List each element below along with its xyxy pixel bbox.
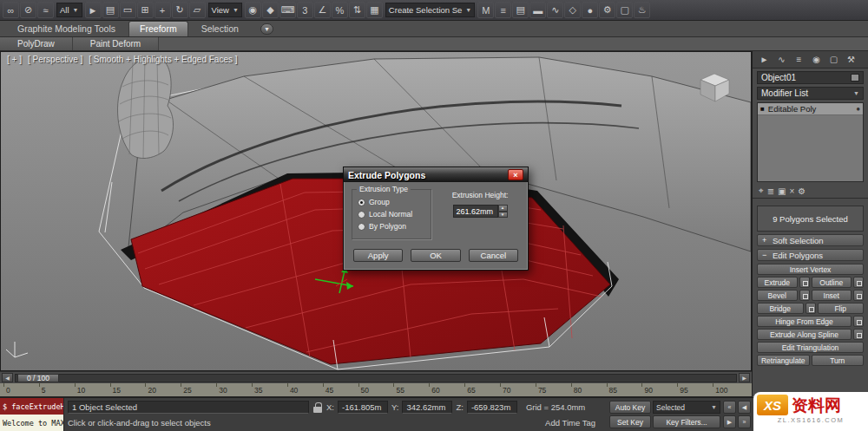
radio-button-icon[interactable]: [358, 211, 365, 219]
graphite-ribbon-toggle-icon[interactable]: ▬: [529, 2, 546, 18]
selection-set-dropdown[interactable]: Selected ▼: [653, 401, 720, 414]
ribbon-minimize-icon[interactable]: ▼: [260, 23, 273, 35]
spinner-snap-toggle-icon[interactable]: ⇅: [349, 2, 365, 18]
rollout-soft-selection[interactable]: + Soft Selection: [757, 234, 864, 246]
close-icon[interactable]: ×: [508, 169, 523, 180]
inset-settings-icon[interactable]: [853, 290, 864, 301]
rectangular-selection-region-icon[interactable]: ▭: [120, 2, 136, 18]
render-production-icon[interactable]: ♨: [634, 2, 650, 18]
flip-button[interactable]: Flip: [818, 303, 865, 314]
z-coord-field[interactable]: -659.823m: [467, 401, 517, 414]
apply-button[interactable]: Apply: [353, 249, 403, 262]
schematic-view-icon[interactable]: ◇: [564, 2, 581, 18]
bridge-settings-icon[interactable]: [806, 303, 816, 314]
outline-settings-icon[interactable]: [853, 277, 864, 288]
select-and-rotate-icon[interactable]: ↻: [172, 2, 188, 18]
hierarchy-tab-icon[interactable]: ≡: [792, 53, 806, 67]
time-slider-track[interactable]: 0 / 100: [15, 374, 737, 382]
tab-graphite-modeling-tools[interactable]: Graphite Modeling Tools: [7, 22, 126, 36]
rollout-edit-polygons[interactable]: − Edit Polygons: [757, 249, 864, 261]
create-tab-icon[interactable]: ►: [757, 53, 772, 67]
snaps-toggle-icon[interactable]: 3: [297, 2, 313, 18]
hinge-settings-icon[interactable]: [853, 316, 864, 327]
motion-tab-icon[interactable]: ◉: [809, 53, 824, 67]
select-and-move-icon[interactable]: +: [155, 2, 171, 18]
make-unique-icon[interactable]: ▣: [778, 186, 786, 196]
radio-local-normal-option[interactable]: Local Normal: [358, 208, 425, 220]
stack-visibility-icon[interactable]: ●: [856, 105, 860, 113]
remove-modifier-icon[interactable]: ×: [789, 186, 794, 196]
auto-key-button[interactable]: Auto Key: [609, 401, 651, 414]
layer-manager-icon[interactable]: ▤: [512, 2, 529, 18]
previous-frame-icon[interactable]: ◀: [2, 373, 13, 382]
y-coord-field[interactable]: 342.62mm: [402, 401, 452, 414]
viewport-menu-general[interactable]: [ + ]: [7, 55, 22, 64]
go-to-end-icon[interactable]: »: [738, 415, 751, 428]
rendered-frame-window-icon[interactable]: ▢: [616, 2, 633, 18]
next-frame-icon[interactable]: ▶: [739, 373, 750, 382]
use-pivot-point-center-icon[interactable]: ◉: [245, 2, 261, 18]
bevel-button[interactable]: Bevel: [757, 290, 798, 301]
select-and-manipulate-icon[interactable]: ◆: [262, 2, 279, 18]
modifier-list-dropdown[interactable]: Modifier List ▼: [757, 87, 864, 100]
maxscript-mini-listener[interactable]: $ faceExtrudeH Welcome to MAX: [0, 398, 64, 431]
curve-editor-icon[interactable]: ∿: [547, 2, 563, 18]
material-editor-icon[interactable]: ●: [582, 2, 598, 18]
spinner-down-icon[interactable]: ▼: [498, 212, 508, 219]
named-selection-sets-dropdown[interactable]: Create Selection Se ▼: [385, 3, 475, 17]
extrude-along-spline-settings-icon[interactable]: [853, 329, 864, 340]
select-and-link-icon[interactable]: ∞: [3, 2, 19, 18]
viewport-menu-shading[interactable]: [ Smooth + Highlights + Edged Faces ]: [89, 55, 237, 64]
show-end-result-icon[interactable]: ≣: [767, 186, 774, 196]
maxscript-listener-line[interactable]: Welcome to MAX: [0, 415, 63, 431]
object-color-swatch[interactable]: [851, 74, 859, 82]
radio-by-polygon-option[interactable]: By Polygon: [358, 220, 425, 232]
display-tab-icon[interactable]: ▢: [826, 53, 841, 67]
unlink-selection-icon[interactable]: ⊘: [20, 2, 36, 18]
inset-button[interactable]: Inset: [812, 290, 852, 301]
go-to-start-icon[interactable]: «: [723, 401, 736, 414]
tab-freeform[interactable]: Freeform: [128, 21, 188, 36]
hinge-from-edge-button[interactable]: Hinge From Edge: [757, 316, 852, 327]
radio-button-icon[interactable]: [358, 223, 365, 231]
selection-lock-icon[interactable]: [312, 401, 323, 414]
extrusion-height-input[interactable]: 261.62mm: [453, 205, 498, 218]
bridge-button[interactable]: Bridge: [757, 303, 804, 314]
keyboard-shortcut-override-icon[interactable]: ⌨: [279, 2, 296, 18]
object-name-field[interactable]: Object01: [757, 71, 864, 84]
angle-snap-toggle-icon[interactable]: ∠: [314, 2, 331, 18]
x-coord-field[interactable]: -161.805m: [338, 401, 388, 414]
edit-named-selection-sets-icon[interactable]: ▦: [366, 2, 383, 18]
dialog-title-bar[interactable]: Extrude Polygons ×: [344, 167, 528, 182]
set-key-button[interactable]: Set Key: [609, 415, 651, 428]
extrude-button[interactable]: Extrude: [757, 277, 798, 288]
edit-triangulation-button[interactable]: Edit Triangulation: [757, 342, 864, 353]
radio-group-option[interactable]: Group: [358, 196, 425, 208]
outline-button[interactable]: Outline: [812, 277, 852, 288]
play-animation-icon[interactable]: ▶: [723, 415, 736, 428]
stack-item-editable-poly[interactable]: ■ Editable Poly ●: [758, 103, 863, 115]
add-time-tag[interactable]: Add Time Tag: [545, 418, 604, 428]
select-object-icon[interactable]: ►: [85, 2, 102, 18]
timeline-ruler[interactable]: 0510152025303540455055606570758085909510…: [0, 383, 752, 397]
time-slider-thumb[interactable]: 0 / 100: [17, 374, 59, 382]
selection-filter-dropdown[interactable]: All ▼: [56, 3, 82, 17]
reference-coordinate-dropdown[interactable]: View ▼: [208, 3, 242, 17]
retriangulate-button[interactable]: Retriangulate: [757, 355, 810, 366]
extrude-settings-icon[interactable]: [799, 277, 810, 288]
window-crossing-icon[interactable]: ⊞: [137, 2, 154, 18]
extrude-along-spline-button[interactable]: Extrude Along Spline: [757, 329, 852, 340]
subtab-polydraw[interactable]: PolyDraw: [0, 37, 73, 50]
pin-stack-icon[interactable]: ⌖: [759, 186, 764, 196]
select-by-name-icon[interactable]: ▤: [102, 2, 119, 18]
turn-button[interactable]: Turn: [812, 355, 865, 366]
select-and-uniform-scale-icon[interactable]: ▱: [189, 2, 206, 18]
align-icon[interactable]: ≡: [495, 2, 511, 18]
modifier-stack[interactable]: ■ Editable Poly ●: [757, 102, 864, 182]
viewport-menu-view[interactable]: [ Perspective ]: [28, 55, 82, 64]
percent-snap-toggle-icon[interactable]: %: [332, 2, 348, 18]
bevel-settings-icon[interactable]: [799, 290, 810, 301]
radio-button-icon[interactable]: [358, 199, 365, 206]
insert-vertex-button[interactable]: Insert Vertex: [757, 264, 864, 275]
render-setup-icon[interactable]: ⚙: [599, 2, 615, 18]
